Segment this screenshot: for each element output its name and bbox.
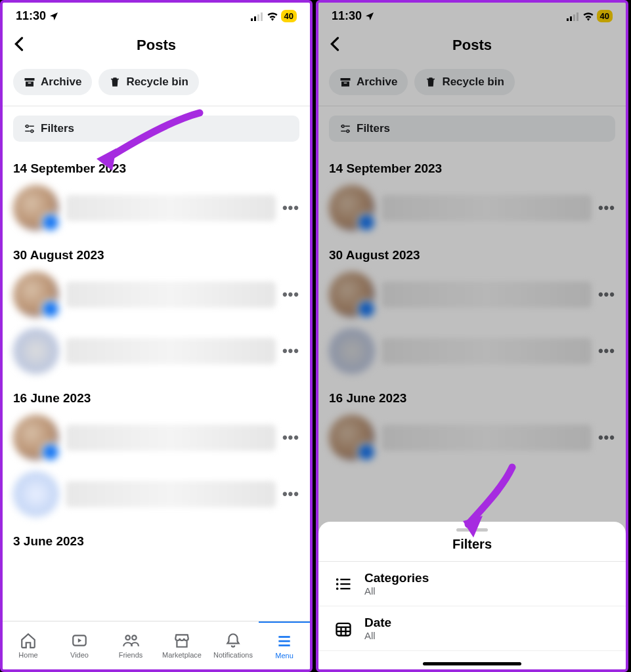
- date-label: Date: [364, 616, 391, 630]
- date-value: All: [364, 630, 391, 641]
- post-row[interactable]: •••: [3, 411, 310, 467]
- status-time: 11:30: [16, 9, 46, 23]
- svg-point-14: [125, 635, 130, 640]
- svg-point-34: [336, 583, 339, 585]
- post-row[interactable]: •••: [3, 181, 310, 238]
- trash-icon: [109, 76, 121, 88]
- tab-marketplace[interactable]: Marketplace: [156, 621, 207, 669]
- bell-icon: [225, 632, 242, 649]
- archive-icon: [24, 76, 35, 88]
- post-content-blurred: [66, 425, 276, 451]
- wifi-icon: [267, 12, 278, 21]
- more-button[interactable]: •••: [282, 286, 299, 303]
- tab-label: Notifications: [213, 651, 253, 659]
- avatar: [13, 471, 59, 517]
- phone-screenshot-right: 11:30 40 Posts Archive Recycle bin: [316, 0, 628, 672]
- svg-rect-2: [257, 14, 259, 21]
- sheet-title: Filters: [318, 537, 626, 562]
- svg-rect-38: [337, 623, 351, 635]
- tab-video[interactable]: Video: [54, 621, 105, 669]
- post-content-blurred: [66, 481, 276, 507]
- more-button[interactable]: •••: [282, 429, 299, 446]
- tab-menu[interactable]: Menu: [259, 621, 310, 669]
- status-bar: 11:30 40: [3, 3, 310, 27]
- date-header: 3 June 2023: [3, 524, 310, 554]
- svg-rect-0: [251, 18, 253, 21]
- filters-button[interactable]: Filters: [13, 116, 299, 142]
- filters-label: Filters: [41, 122, 74, 135]
- date-header: 16 June 2023: [3, 381, 310, 411]
- avatar: [13, 328, 59, 374]
- svg-point-15: [132, 635, 137, 640]
- recycle-bin-chip[interactable]: Recycle bin: [98, 69, 199, 95]
- more-button[interactable]: •••: [282, 200, 299, 217]
- video-icon: [71, 632, 88, 649]
- archive-chip[interactable]: Archive: [13, 69, 92, 95]
- svg-rect-3: [261, 12, 263, 21]
- tab-label: Marketplace: [162, 651, 202, 659]
- home-indicator[interactable]: [423, 662, 521, 665]
- tab-label: Friends: [119, 651, 143, 659]
- marketplace-icon: [173, 632, 190, 649]
- svg-rect-1: [254, 16, 256, 21]
- post-content-blurred: [66, 195, 276, 221]
- avatar: [13, 185, 59, 231]
- more-button[interactable]: •••: [282, 486, 299, 503]
- post-content-blurred: [66, 338, 276, 364]
- tab-label: Menu: [275, 652, 294, 660]
- tab-friends[interactable]: Friends: [105, 621, 156, 669]
- phone-screenshot-left: 11:30 40 Posts Archive Recycle bin: [0, 0, 313, 672]
- categories-value: All: [364, 585, 429, 597]
- battery-badge: 40: [281, 10, 297, 22]
- home-icon: [20, 632, 37, 649]
- tab-label: Video: [70, 651, 89, 659]
- svg-rect-6: [28, 83, 32, 84]
- nav-header: Posts: [3, 27, 310, 65]
- post-row[interactable]: •••: [3, 467, 310, 524]
- filters-icon: [24, 123, 35, 135]
- date-header: 30 August 2023: [3, 238, 310, 268]
- list-icon: [334, 575, 353, 593]
- date-header: 14 September 2023: [3, 151, 310, 181]
- svg-point-36: [336, 587, 339, 590]
- sheet-drag-handle[interactable]: [456, 528, 488, 532]
- archive-label: Archive: [41, 75, 81, 89]
- categories-label: Categories: [364, 571, 429, 585]
- more-button[interactable]: •••: [282, 343, 299, 360]
- tab-label: Home: [18, 651, 37, 659]
- page-title: Posts: [13, 37, 299, 54]
- avatar: [13, 272, 59, 318]
- post-content-blurred: [66, 282, 276, 308]
- filter-categories-row[interactable]: Categories All: [318, 562, 626, 606]
- post-row[interactable]: •••: [3, 324, 310, 381]
- svg-point-10: [31, 130, 33, 133]
- post-row[interactable]: •••: [3, 268, 310, 324]
- location-icon: [49, 11, 59, 22]
- filter-date-row[interactable]: Date All: [318, 606, 626, 651]
- svg-rect-4: [25, 78, 35, 81]
- tab-home[interactable]: Home: [3, 621, 54, 669]
- signal-icon: [251, 12, 264, 21]
- recycle-label: Recycle bin: [126, 75, 188, 89]
- svg-point-7: [26, 125, 28, 127]
- calendar-icon: [334, 620, 353, 638]
- svg-rect-5: [26, 81, 33, 87]
- filters-bottom-sheet: Filters Categories All Date All: [318, 522, 626, 669]
- tab-bar: Home Video Friends Marketplace Notificat…: [3, 621, 310, 669]
- friends-icon: [122, 632, 139, 649]
- avatar: [13, 415, 59, 461]
- menu-icon: [276, 633, 293, 650]
- tab-notifications[interactable]: Notifications: [207, 621, 259, 669]
- svg-point-32: [336, 578, 339, 581]
